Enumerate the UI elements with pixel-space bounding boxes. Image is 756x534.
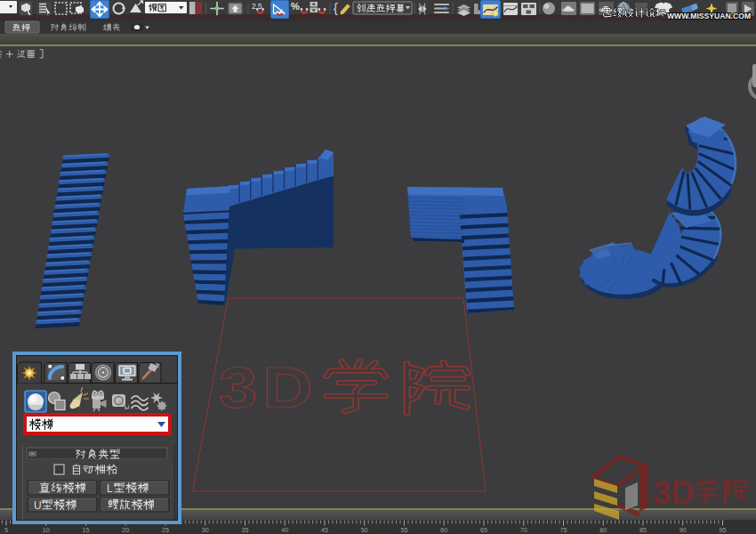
svg-text:WWW.MISSYUAN.COM: WWW.MISSYUAN.COM [667,12,751,20]
svg-text:5: 5 [4,526,8,534]
svg-text:20: 20 [122,526,129,534]
svg-text:45: 45 [321,526,328,534]
svg-text:U: U [34,499,42,512]
svg-text:95: 95 [720,526,727,534]
svg-text:15: 15 [83,526,90,534]
svg-text:3D: 3D [653,474,694,511]
svg-text:85: 85 [639,526,647,534]
svg-text:%: % [291,1,300,12]
svg-text:60: 60 [440,526,447,534]
svg-text:25: 25 [162,526,169,534]
svg-text:65: 65 [480,526,487,534]
svg-text:75: 75 [560,526,567,534]
svg-text:L: L [107,482,113,495]
svg-text:40: 40 [281,526,288,534]
svg-text:3D: 3D [219,355,318,419]
svg-text:{: { [334,1,338,15]
svg-text:90: 90 [680,526,687,534]
svg-text:35: 35 [242,526,249,534]
svg-text:50: 50 [361,526,368,534]
svg-text:30: 30 [202,526,209,534]
svg-text:70: 70 [520,526,527,534]
svg-text:80: 80 [599,526,607,534]
svg-text:10: 10 [43,526,50,534]
svg-text:55: 55 [401,526,408,534]
